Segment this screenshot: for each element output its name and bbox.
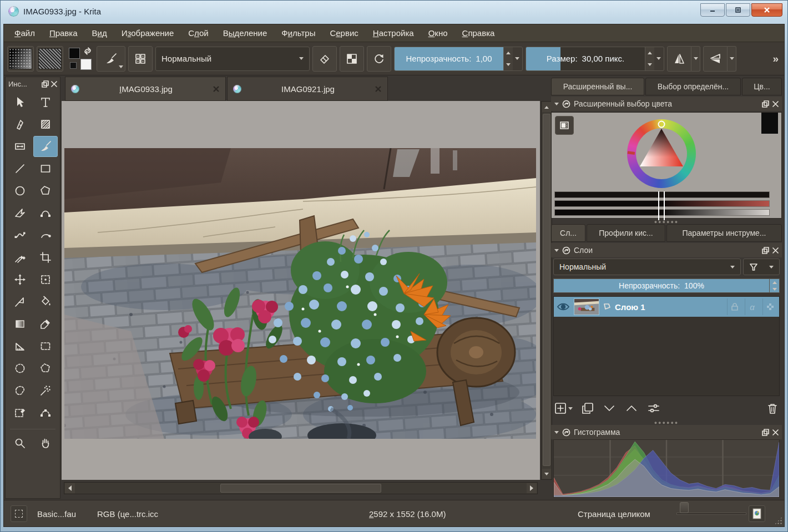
reset-colors-icon[interactable] bbox=[70, 62, 77, 69]
menu-settings[interactable]: Настройка bbox=[366, 24, 421, 42]
tool-select-polygonal[interactable] bbox=[33, 358, 58, 379]
scroll-left-arrow[interactable] bbox=[65, 483, 75, 493]
gradient-swatch-button[interactable] bbox=[7, 46, 34, 72]
menu-filters[interactable]: Фильтры bbox=[274, 24, 322, 42]
background-color-swatch[interactable] bbox=[80, 59, 92, 70]
close-docker-icon[interactable] bbox=[51, 81, 57, 87]
docker-pin-icon[interactable] bbox=[562, 100, 570, 108]
collapse-docker-icon[interactable] bbox=[554, 431, 559, 434]
tool-transform[interactable] bbox=[33, 269, 58, 290]
menu-tools[interactable]: Сервис bbox=[322, 24, 365, 42]
layer-thumbnail[interactable] bbox=[574, 298, 599, 315]
menu-file[interactable]: Файл bbox=[7, 24, 42, 42]
doc-tab-imag0933[interactable]: IMAG0933.jpg bbox=[65, 77, 226, 101]
close-button[interactable] bbox=[751, 3, 782, 17]
tab-color[interactable]: Цв... bbox=[742, 78, 782, 95]
tool-select-shapes[interactable] bbox=[8, 92, 32, 113]
tab-specific-color-selector[interactable]: Выбор определён... bbox=[645, 78, 741, 95]
selection-display-button[interactable] bbox=[11, 505, 27, 522]
foreground-background-colors[interactable] bbox=[66, 46, 94, 72]
close-docker-icon[interactable] bbox=[772, 247, 779, 254]
hue-marker[interactable] bbox=[659, 121, 665, 128]
tab-layers[interactable]: Сл... bbox=[551, 224, 585, 242]
strip-marker[interactable] bbox=[664, 191, 665, 220]
mirror-horizontal-button[interactable] bbox=[667, 46, 691, 72]
blend-mode-combo[interactable]: Нормальный bbox=[155, 47, 310, 71]
color-selector-settings-button[interactable] bbox=[555, 116, 574, 135]
tool-select-freehand[interactable] bbox=[8, 380, 32, 401]
color-strip-2[interactable] bbox=[554, 200, 770, 207]
mirror-vertical-options[interactable] bbox=[728, 46, 736, 72]
close-docker-icon[interactable] bbox=[772, 101, 779, 107]
advanced-color-selector-header[interactable]: Расширенный выбор цвета bbox=[551, 97, 782, 111]
tool-select-contiguous[interactable] bbox=[33, 380, 58, 401]
advanced-color-selector[interactable] bbox=[551, 112, 782, 219]
mirror-horizontal-options[interactable] bbox=[691, 46, 700, 72]
menu-help[interactable]: Справка bbox=[455, 24, 502, 42]
size-spinner[interactable] bbox=[645, 47, 654, 70]
float-docker-icon[interactable] bbox=[762, 100, 769, 108]
move-layer-down-button[interactable] bbox=[603, 403, 616, 413]
tool-measure[interactable] bbox=[8, 336, 32, 357]
tab-advanced-color-selector[interactable]: Расширенный вы... bbox=[551, 78, 644, 95]
menu-layer[interactable]: Слой bbox=[181, 24, 216, 42]
opacity-spinner[interactable] bbox=[503, 47, 513, 70]
swap-colors-icon[interactable] bbox=[83, 47, 93, 55]
close-tab-icon[interactable] bbox=[375, 85, 382, 93]
hue-ring[interactable] bbox=[627, 119, 696, 188]
duplicate-layer-button[interactable] bbox=[582, 402, 594, 414]
tool-select-elliptical[interactable] bbox=[8, 358, 32, 379]
tool-polygon[interactable] bbox=[33, 180, 58, 201]
tool-select-similar[interactable] bbox=[8, 402, 32, 423]
close-tab-icon[interactable] bbox=[213, 85, 220, 93]
layer-opacity-spinner[interactable] bbox=[770, 278, 780, 293]
strip-marker[interactable] bbox=[658, 191, 659, 220]
reload-original-preset-button[interactable] bbox=[367, 46, 391, 72]
layer-name[interactable]: Слою 1 bbox=[615, 302, 724, 312]
menu-select[interactable]: Выделение bbox=[216, 24, 275, 42]
zoom-slider-thumb[interactable] bbox=[680, 502, 689, 513]
brush-preset-grid-button[interactable] bbox=[128, 46, 153, 72]
tool-rectangle[interactable] bbox=[33, 158, 58, 179]
opacity-options-dropdown[interactable] bbox=[513, 47, 521, 70]
mirror-vertical-button[interactable] bbox=[703, 46, 728, 72]
scroll-down-arrow[interactable] bbox=[542, 469, 551, 479]
splitter-handle[interactable]: ●●●●●● bbox=[551, 220, 782, 224]
docker-pin-icon[interactable] bbox=[562, 246, 570, 255]
scroll-up-arrow[interactable] bbox=[542, 102, 551, 112]
doc-tab-imag0921[interactable]: IMAG0921.jpg bbox=[227, 77, 388, 101]
tool-ellipse[interactable] bbox=[8, 180, 32, 201]
preserve-alpha-button[interactable] bbox=[340, 46, 364, 72]
foreground-color-swatch[interactable] bbox=[69, 48, 80, 59]
menu-image[interactable]: Изображение bbox=[114, 24, 181, 42]
resize-grip[interactable] bbox=[774, 516, 782, 525]
size-options-dropdown[interactable] bbox=[654, 47, 663, 70]
toolbar-overflow-button[interactable]: » bbox=[772, 53, 781, 65]
collapse-docker-icon[interactable] bbox=[554, 249, 559, 252]
tool-select-path[interactable] bbox=[33, 402, 58, 423]
tool-bezier-curve[interactable] bbox=[33, 202, 58, 224]
menu-window[interactable]: Окно bbox=[421, 24, 455, 42]
tool-text[interactable] bbox=[33, 92, 58, 113]
float-docker-icon[interactable] bbox=[762, 429, 769, 436]
docker-pin-icon[interactable] bbox=[562, 428, 570, 437]
maximize-button[interactable] bbox=[726, 3, 750, 17]
add-layer-button[interactable] bbox=[554, 402, 573, 414]
opacity-slider[interactable]: Непрозрачность: 1,00 bbox=[395, 47, 503, 70]
color-strip-3[interactable] bbox=[554, 209, 770, 216]
layer-inherit-alpha-icon[interactable] bbox=[762, 298, 777, 315]
tool-line[interactable] bbox=[8, 158, 32, 179]
zoom-mode-label[interactable]: Страница целиком bbox=[578, 500, 650, 527]
tool-dynamic-brush[interactable] bbox=[33, 225, 58, 246]
brush-presets-dropdown-button[interactable] bbox=[97, 46, 125, 72]
tool-move[interactable] bbox=[8, 269, 32, 290]
layer-blend-mode-combo[interactable]: Нормальный bbox=[553, 259, 741, 275]
tool-freehand-path[interactable] bbox=[8, 225, 32, 246]
collapse-docker-icon[interactable] bbox=[554, 103, 559, 105]
pattern-swatch-button[interactable] bbox=[37, 46, 63, 72]
vertical-scroll-thumb[interactable] bbox=[543, 114, 550, 466]
layer-opacity-slider[interactable]: Непрозрачность: 100% bbox=[553, 278, 770, 293]
float-docker-icon[interactable] bbox=[762, 247, 769, 254]
move-layer-up-button[interactable] bbox=[625, 403, 638, 413]
tool-polyline[interactable] bbox=[8, 202, 32, 224]
